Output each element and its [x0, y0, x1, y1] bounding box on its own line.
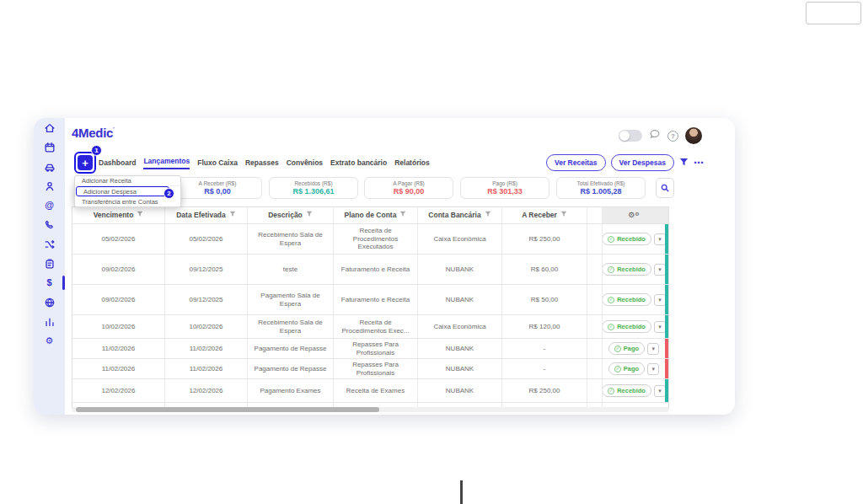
- status-button[interactable]: ✓ Pago: [608, 342, 645, 355]
- globe-icon[interactable]: [34, 292, 65, 312]
- card-label: A Pagar (R$): [393, 180, 425, 186]
- cell-vencimento: 09/02/2026: [72, 255, 165, 284]
- status-button[interactable]: ✓ Recebido: [603, 384, 651, 397]
- row-status-strip: [665, 379, 668, 402]
- settings-icon[interactable]: ⚙: [34, 331, 65, 351]
- tab-extrato-bancario[interactable]: Extrato bancário: [330, 158, 387, 169]
- cell-plano: Faturamento e Receita: [334, 285, 418, 314]
- card-value: R$ 1.005,28: [580, 187, 621, 196]
- table-row: 11/02/2026 11/02/2026 Pagamento de Repas…: [72, 359, 668, 379]
- filter-icon[interactable]: [485, 211, 491, 219]
- menu-item-adicionar-receita[interactable]: Adicionar Receita: [75, 176, 180, 186]
- card-label: A Receber (R$): [199, 180, 237, 186]
- add-button[interactable]: +: [78, 155, 93, 170]
- cell-status: ✓ Pago ▾: [603, 339, 665, 358]
- status-caret-button[interactable]: ▾: [654, 321, 665, 333]
- status-button[interactable]: ✓ Recebido: [603, 263, 651, 276]
- table-header-row: Vencimento Data Efetivada Descrição Plan…: [72, 207, 668, 224]
- chat-icon[interactable]: [649, 128, 661, 143]
- clipboard-icon[interactable]: [34, 254, 65, 273]
- filter-icon[interactable]: [306, 211, 313, 219]
- status-caret-button[interactable]: ▾: [647, 343, 659, 355]
- user-avatar[interactable]: [685, 127, 702, 144]
- cell-status: ✓ Recebido ▾: [603, 285, 665, 314]
- status-button[interactable]: ✓ Recebido: [603, 233, 651, 245]
- status-button[interactable]: ✓ Pago: [608, 362, 645, 375]
- filter-icon[interactable]: [229, 211, 236, 219]
- topbar-actions: ?: [619, 127, 702, 144]
- cell-valor: -: [502, 359, 587, 378]
- tab-dashboard[interactable]: Dashboard: [99, 158, 136, 169]
- tab-repasses[interactable]: Repasses: [245, 158, 279, 169]
- phone-icon[interactable]: [34, 215, 65, 234]
- tab-relatorios[interactable]: Relatórios: [394, 158, 430, 169]
- cell-spacer: [587, 285, 603, 314]
- cell-descricao: Recebimento Sala de Espera: [248, 315, 334, 338]
- at-icon[interactable]: @: [34, 196, 65, 215]
- home-icon[interactable]: [34, 118, 65, 137]
- row-status-strip: [665, 315, 668, 338]
- cell-plano: Repasses Para Profissionais: [334, 339, 418, 358]
- transactions-table: Vencimento Data Efetivada Descrição Plan…: [72, 206, 669, 408]
- tab-convenios[interactable]: Convênios: [287, 158, 323, 169]
- status-button[interactable]: ✓ Recebido: [603, 293, 651, 306]
- cell-descricao: Pagamento de Repasse: [248, 359, 334, 378]
- search-button[interactable]: [656, 178, 674, 198]
- cell-data-efetivada: 11/02/2026: [165, 359, 248, 378]
- status-button[interactable]: ✓ Recebido: [603, 320, 651, 333]
- car-icon[interactable]: [34, 157, 65, 176]
- cell-spacer: [587, 255, 603, 284]
- logo-rest: edic: [88, 126, 113, 140]
- tab-lancamentos[interactable]: Lançamentos: [143, 157, 190, 169]
- theme-toggle[interactable]: [619, 130, 642, 142]
- help-icon[interactable]: ?: [667, 131, 678, 142]
- row-status-strip: [665, 339, 668, 358]
- card-a-receber: A Receber (R$) R$ 0,00: [173, 177, 262, 199]
- col-plano-de-conta: Plano de Conta: [334, 207, 418, 223]
- user-icon[interactable]: [34, 176, 65, 196]
- status-caret-button[interactable]: ▾: [654, 294, 665, 306]
- status-caret-button[interactable]: ▾: [647, 363, 659, 375]
- nav-actions: Ver Receitas Ver Despesas ⋯: [546, 154, 705, 171]
- cropped-tooltip-box: [806, 2, 861, 24]
- ver-receitas-button[interactable]: Ver Receitas: [546, 154, 606, 171]
- cell-vencimento: 10/02/2026: [72, 315, 165, 338]
- more-options-icon[interactable]: ⋯: [694, 158, 705, 168]
- dollar-icon[interactable]: $: [34, 273, 65, 292]
- calendar-icon[interactable]: [34, 137, 65, 157]
- table-row: 11/02/2026 11/02/2026 Pagamento de Repas…: [72, 339, 668, 359]
- cell-spacer: [587, 379, 603, 402]
- active-item-indicator: [62, 276, 65, 290]
- col-descricao: Descrição: [248, 207, 334, 223]
- at-glyph: @: [45, 201, 54, 210]
- table-row: 05/02/2026 05/02/2026 Recebimento Sala d…: [72, 224, 668, 255]
- filter-icon[interactable]: [560, 211, 567, 219]
- tab-fluxo-caixa[interactable]: Fluxo Caixa: [197, 158, 238, 169]
- col-a-receber: A Receber: [502, 207, 587, 223]
- help-glyph: ?: [671, 132, 675, 140]
- ver-despesas-button[interactable]: Ver Despesas: [611, 154, 674, 171]
- chart-icon[interactable]: [34, 312, 65, 331]
- cell-spacer: [587, 315, 603, 338]
- cell-data-efetivada: 09/12/2025: [165, 255, 248, 284]
- filter-icon[interactable]: [137, 211, 143, 219]
- col-spacer: [587, 207, 603, 223]
- shuffle-icon[interactable]: [34, 234, 65, 254]
- cell-status: ✓ Pago ▾: [603, 359, 665, 378]
- cell-valor: R$ 120,00: [502, 315, 587, 338]
- status-caret-button[interactable]: ▾: [654, 264, 665, 276]
- cell-vencimento: 09/02/2026: [72, 285, 165, 314]
- filter-icon[interactable]: [399, 211, 406, 219]
- cell-data-efetivada: 09/12/2025: [165, 285, 248, 314]
- menu-item-transferencia[interactable]: Transferência entre Contas: [75, 196, 180, 206]
- status-caret-button[interactable]: ▾: [654, 385, 665, 397]
- toggle-knob: [619, 131, 630, 141]
- filter-icon[interactable]: [679, 155, 689, 170]
- col-strip: [665, 207, 668, 223]
- menu-item-adicionar-despesa[interactable]: Adicionar Despesa: [76, 186, 169, 196]
- cell-descricao: Recebimento Sala de Espera: [248, 224, 334, 254]
- status-caret-button[interactable]: ▾: [654, 233, 665, 245]
- cell-conta: Caixa Econômica: [418, 224, 502, 254]
- card-a-pagar: A Pagar (R$) R$ 90,00: [364, 177, 453, 199]
- scrollbar-thumb[interactable]: [76, 407, 379, 412]
